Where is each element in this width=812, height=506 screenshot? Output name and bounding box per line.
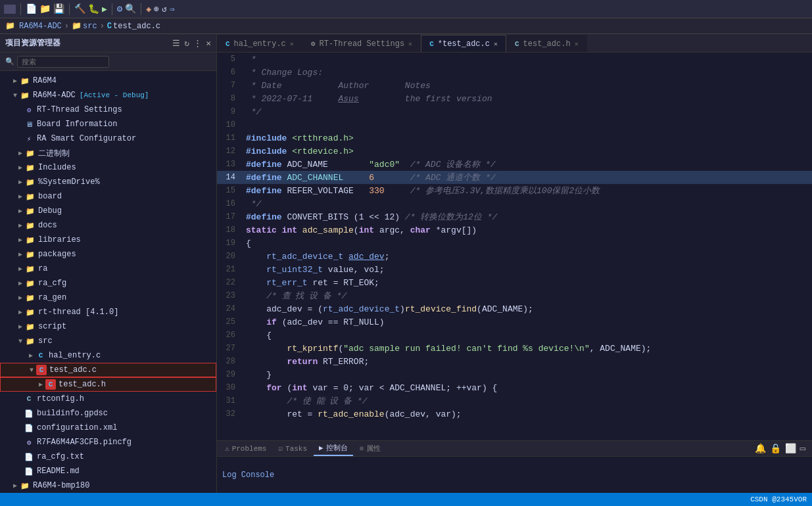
bottom-action-2[interactable]: 🔒 xyxy=(770,443,781,454)
tab-close-test-adc-h[interactable]: ✕ xyxy=(575,40,579,48)
tree-item-ra-gen[interactable]: ▶ 📁 ra_gen xyxy=(0,290,216,305)
tree-item-systemdrive[interactable]: ▶ 📁 %SystemDrive% xyxy=(0,175,216,189)
tree-item-src[interactable]: ▼ 📁 src xyxy=(0,334,216,348)
sidebar-header: 项目资源管理器 ☰ ↻ ⋮ ✕ xyxy=(0,34,216,53)
bottom-action-4[interactable]: ▭ xyxy=(800,443,805,454)
code-line-19: 19 { xyxy=(217,237,812,250)
line-num-25: 25 xyxy=(217,317,243,327)
tree-item-board[interactable]: ▶ 📁 board xyxy=(0,189,216,204)
sidebar-action-collapse[interactable]: ☰ xyxy=(172,38,180,49)
toolbar-separator-4 xyxy=(141,3,141,15)
tree-item-ra[interactable]: ▶ 📁 ra xyxy=(0,262,216,276)
tree-item-readme[interactable]: 📄 README.md xyxy=(0,464,216,478)
breadcrumb-sep-1: › xyxy=(64,22,69,31)
toolbar-icon-new[interactable]: 📄 xyxy=(26,3,37,14)
cfg-icon-pincfg: ⚙ xyxy=(24,437,34,448)
tree-item-binary[interactable]: ▶ 📁 二进制制 xyxy=(0,146,216,160)
tab-close-test-adc-c[interactable]: ✕ xyxy=(494,40,498,48)
line-content-21: rt_uint32_t value, vol; xyxy=(243,265,812,275)
line-num-9: 9 xyxy=(217,107,243,116)
tree-item-test-adc-h[interactable]: ▶ C test_adc.h xyxy=(0,377,216,392)
bottom-tab-tasks[interactable]: ☑ Tasks xyxy=(273,442,312,456)
tree-arrow-board: ▶ xyxy=(16,192,25,201)
toolbar-icon-settings[interactable]: ⚙ xyxy=(117,3,122,14)
tree-label-rt-thread-settings: RT-Thread Settings xyxy=(37,105,122,114)
code-line-12: 12 #include <rtdevice.h> xyxy=(217,145,812,158)
bottom-action-3[interactable]: ⬜ xyxy=(785,443,796,454)
toolbar-icon-misc1[interactable]: ◈ xyxy=(146,4,151,14)
tree-item-ra6m4[interactable]: ▶ 📁 RA6M4 xyxy=(0,74,216,88)
sidebar-action-more[interactable]: ⋮ xyxy=(193,38,202,49)
tab-rt-thread-settings[interactable]: ⚙ RT-Thread Settings ✕ xyxy=(302,35,421,52)
line-num-16: 16 xyxy=(217,199,243,208)
line-num-20: 20 xyxy=(217,252,243,261)
tree-item-buildinfo[interactable]: 📄 buildinfo.gpdsc xyxy=(0,406,216,421)
code-line-22: 22 rt_err_t ret = RT_EOK; xyxy=(217,276,812,289)
toolbar-icon-debug[interactable]: 🐛 xyxy=(88,3,99,14)
tree-item-docs[interactable]: ▶ 📁 docs xyxy=(0,218,216,233)
toolbar-icon-menu[interactable] xyxy=(4,5,16,14)
breadcrumb-src[interactable]: src xyxy=(83,22,97,31)
line-num-21: 21 xyxy=(217,265,243,274)
tree-item-rtconfig-h[interactable]: C rtconfig.h xyxy=(0,392,216,406)
toolbar-icon-misc3[interactable]: ↺ xyxy=(162,4,167,14)
tree-item-configuration-xml[interactable]: 📄 configuration.xml xyxy=(0,421,216,435)
toolbar-icon-misc2[interactable]: ⊕ xyxy=(154,4,159,14)
tree-item-rt-thread[interactable]: ▶ 📁 rt-thread [4.1.0] xyxy=(0,305,216,319)
tab-close-rt-thread-settings[interactable]: ✕ xyxy=(408,40,412,48)
bottom-tab-properties[interactable]: ≡ 属性 xyxy=(354,442,387,456)
line-num-19: 19 xyxy=(217,239,243,248)
tab-close-hal-entry[interactable]: ✕ xyxy=(290,40,294,48)
tree-item-ra-smart-configurator[interactable]: ⚡ RA Smart Configurator xyxy=(0,131,216,146)
search-input[interactable] xyxy=(17,56,109,68)
code-line-26: 26 { xyxy=(217,329,812,342)
line-num-28: 28 xyxy=(217,357,243,366)
line-content-22: rt_err_t ret = RT_EOK; xyxy=(243,278,812,288)
code-line-24: 24 adc_dev = (rt_adc_device_t)rt_device_… xyxy=(217,302,812,315)
status-bar-right: CSDN @2345VOR xyxy=(750,495,807,503)
tree-item-test-adc-c[interactable]: ▼ C test_adc.c xyxy=(0,363,216,377)
tree-label-readme: README.md xyxy=(37,467,80,476)
bottom-action-1[interactable]: 🔔 xyxy=(755,443,766,454)
toolbar-icon-save[interactable]: 💾 xyxy=(53,3,64,14)
tree-arrow-src: ▼ xyxy=(16,336,25,346)
problems-icon: ⚠ xyxy=(225,444,229,453)
toolbar-icon-open[interactable]: 📁 xyxy=(39,3,51,14)
tree-item-debug[interactable]: ▶ 📁 Debug xyxy=(0,204,216,218)
tree-item-pincfg[interactable]: ⚙ R7FA6M4AF3CFB.pincfg xyxy=(0,435,216,449)
editor-tabs: C hal_entry.c ✕ ⚙ RT-Thread Settings ✕ C… xyxy=(217,34,812,53)
gear-icon-settings: ⚙ xyxy=(24,104,34,115)
tree-item-ra6m4-bmp180[interactable]: ▶ 📁 RA6M4-bmp180 xyxy=(0,478,216,493)
line-num-15: 15 xyxy=(217,186,243,195)
sidebar-close[interactable]: ✕ xyxy=(206,38,211,49)
toolbar-icon-run[interactable]: ▶ xyxy=(102,4,107,14)
tab-hal-entry[interactable]: C hal_entry.c ✕ xyxy=(217,35,302,52)
tab-test-adc-h[interactable]: C test_adc.h ✕ xyxy=(506,35,587,52)
code-line-25: 25 if (adc_dev == RT_NULL) xyxy=(217,315,812,329)
breadcrumb-root[interactable]: RA6M4-ADC xyxy=(19,22,62,31)
code-editor[interactable]: 5 * 6 * Change Logs: 7 * Date Author Not… xyxy=(217,53,812,440)
tree-item-rt-thread-settings[interactable]: ⚙ RT-Thread Settings xyxy=(0,103,216,117)
tab-test-adc-c[interactable]: C *test_adc.c ✕ xyxy=(421,35,506,52)
toolbar-icon-build[interactable]: 🔨 xyxy=(74,3,85,14)
tree-item-ra-cfg-txt[interactable]: 📄 ra_cfg.txt xyxy=(0,449,216,464)
bottom-tab-problems[interactable]: ⚠ Problems xyxy=(220,442,272,456)
console-label: Log Console xyxy=(222,471,274,480)
tree-arrow-packages: ▶ xyxy=(16,250,25,259)
toolbar-icon-misc4[interactable]: ⇒ xyxy=(170,4,175,14)
tree-item-hal-entry[interactable]: ▶ C hal_entry.c xyxy=(0,348,216,363)
breadcrumb-file[interactable]: test_adc.c xyxy=(113,22,160,31)
tree-item-includes[interactable]: ▶ 📁 Includes xyxy=(0,160,216,175)
tree-label-test-adc-c: test_adc.c xyxy=(49,365,97,375)
tree-item-libraries[interactable]: ▶ 📁 libraries xyxy=(0,233,216,247)
tree-item-script[interactable]: ▶ 📁 script xyxy=(0,319,216,334)
tree-item-ra6m4-adc[interactable]: ▼ 📁 RA6M4-ADC [Active - Debug] xyxy=(0,88,216,103)
line-num-30: 30 xyxy=(217,383,243,392)
bottom-tab-label-console: 控制台 xyxy=(326,443,348,453)
sidebar-action-refresh[interactable]: ↻ xyxy=(184,38,189,49)
tree-item-board-information[interactable]: 🖥 Board Information xyxy=(0,117,216,131)
tree-item-ra-cfg[interactable]: ▶ 📁 ra_cfg xyxy=(0,276,216,290)
bottom-tab-console[interactable]: ▶ 控制台 xyxy=(314,442,353,456)
tree-item-packages[interactable]: ▶ 📁 packages xyxy=(0,247,216,262)
toolbar-icon-search[interactable]: 🔍 xyxy=(125,3,136,14)
